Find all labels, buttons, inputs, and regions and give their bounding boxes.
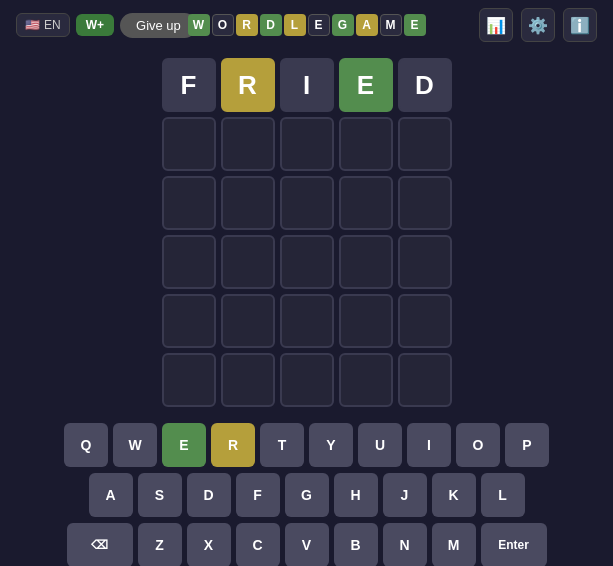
tile xyxy=(162,176,216,230)
tile xyxy=(221,294,275,348)
tile: R xyxy=(221,58,275,112)
key-H[interactable]: H xyxy=(334,473,378,517)
logo-letter: W xyxy=(188,14,210,36)
keyboard-row-0: QWERTYUIOP xyxy=(64,423,549,467)
tile xyxy=(398,353,452,407)
flag-icon: 🇺🇸 xyxy=(25,18,40,32)
key-B[interactable]: B xyxy=(334,523,378,566)
lang-label: EN xyxy=(44,18,61,32)
key-A[interactable]: A xyxy=(89,473,133,517)
settings-button[interactable]: ⚙️ xyxy=(521,8,555,42)
gear-icon: ⚙️ xyxy=(528,16,548,35)
wplus-button[interactable]: W+ xyxy=(76,14,114,36)
header-right: 📊 ⚙️ ℹ️ xyxy=(479,8,597,42)
key-Enter[interactable]: Enter xyxy=(481,523,547,566)
tile: D xyxy=(398,58,452,112)
language-button[interactable]: 🇺🇸 EN xyxy=(16,13,70,37)
tile xyxy=(339,117,393,171)
key-Y[interactable]: Y xyxy=(309,423,353,467)
tile xyxy=(162,294,216,348)
key-P[interactable]: P xyxy=(505,423,549,467)
logo-letter: O xyxy=(212,14,234,36)
key-M[interactable]: M xyxy=(432,523,476,566)
tile xyxy=(398,294,452,348)
info-icon: ℹ️ xyxy=(570,16,590,35)
key-X[interactable]: X xyxy=(187,523,231,566)
key-R[interactable]: R xyxy=(211,423,255,467)
board-row xyxy=(162,294,452,348)
key-Z[interactable]: Z xyxy=(138,523,182,566)
header: 🇺🇸 EN W+ Give up WORDLEGAME 📊 ⚙️ ℹ️ xyxy=(0,0,613,50)
tile xyxy=(162,117,216,171)
board-row xyxy=(162,235,452,289)
board-row: FRIED xyxy=(162,58,452,112)
key-K[interactable]: K xyxy=(432,473,476,517)
tile xyxy=(339,235,393,289)
tile xyxy=(339,294,393,348)
logo-letter: A xyxy=(356,14,378,36)
key-S[interactable]: S xyxy=(138,473,182,517)
key-J[interactable]: J xyxy=(383,473,427,517)
key-W[interactable]: W xyxy=(113,423,157,467)
tile xyxy=(280,353,334,407)
tile xyxy=(398,117,452,171)
key-G[interactable]: G xyxy=(285,473,329,517)
tile xyxy=(221,117,275,171)
keyboard: QWERTYUIOPASDFGHJKL⌫ZXCVBNMEnter xyxy=(64,423,549,566)
tile xyxy=(280,294,334,348)
logo-letter: E xyxy=(404,14,426,36)
keyboard-row-1: ASDFGHJKL xyxy=(64,473,549,517)
logo-letter: L xyxy=(284,14,306,36)
key-L[interactable]: L xyxy=(481,473,525,517)
keyboard-row-2: ⌫ZXCVBNMEnter xyxy=(64,523,549,566)
giveup-button[interactable]: Give up xyxy=(120,13,197,38)
tile: E xyxy=(339,58,393,112)
key-U[interactable]: U xyxy=(358,423,402,467)
key-O[interactable]: O xyxy=(456,423,500,467)
tile xyxy=(280,176,334,230)
key-E[interactable]: E xyxy=(162,423,206,467)
logo-letter: D xyxy=(260,14,282,36)
tile xyxy=(221,176,275,230)
logo-letter: M xyxy=(380,14,402,36)
tile xyxy=(221,235,275,289)
tile xyxy=(280,235,334,289)
tile xyxy=(162,235,216,289)
key-D[interactable]: D xyxy=(187,473,231,517)
key-F[interactable]: F xyxy=(236,473,280,517)
logo: WORDLEGAME xyxy=(188,14,426,36)
tile xyxy=(339,176,393,230)
tile xyxy=(280,117,334,171)
bar-chart-icon: 📊 xyxy=(486,16,506,35)
key-I[interactable]: I xyxy=(407,423,451,467)
tile xyxy=(339,353,393,407)
info-button[interactable]: ℹ️ xyxy=(563,8,597,42)
key-T[interactable]: T xyxy=(260,423,304,467)
logo-letter: G xyxy=(332,14,354,36)
tile: I xyxy=(280,58,334,112)
game-board: FRIED xyxy=(162,58,452,407)
tile xyxy=(221,353,275,407)
header-left: 🇺🇸 EN W+ Give up xyxy=(16,13,197,38)
logo-letter: E xyxy=(308,14,330,36)
board-row xyxy=(162,353,452,407)
key-Q[interactable]: Q xyxy=(64,423,108,467)
board-row xyxy=(162,117,452,171)
tile xyxy=(398,176,452,230)
key-C[interactable]: C xyxy=(236,523,280,566)
key-⌫[interactable]: ⌫ xyxy=(67,523,133,566)
board-row xyxy=(162,176,452,230)
logo-letter: R xyxy=(236,14,258,36)
stats-button[interactable]: 📊 xyxy=(479,8,513,42)
tile xyxy=(398,235,452,289)
key-N[interactable]: N xyxy=(383,523,427,566)
key-V[interactable]: V xyxy=(285,523,329,566)
tile: F xyxy=(162,58,216,112)
tile xyxy=(162,353,216,407)
